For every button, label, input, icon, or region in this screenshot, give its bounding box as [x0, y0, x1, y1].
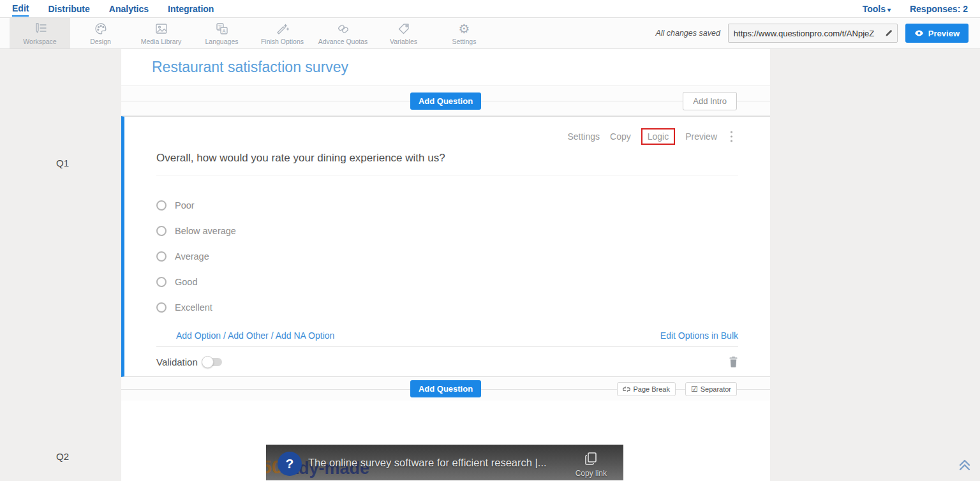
save-status-text: All changes saved	[655, 29, 720, 38]
responses-link[interactable]: Responses: 2	[910, 1, 968, 16]
add-other-link[interactable]: Add Other	[228, 330, 269, 341]
toolbar-label: Design	[90, 38, 111, 45]
add-question-band-top: Add Question Add Intro	[121, 86, 770, 116]
separator-icon: ☑	[691, 385, 698, 394]
toolbar-item-settings[interactable]: ⚙ Settings	[434, 18, 494, 48]
option-row: Poor	[156, 193, 738, 218]
toolbar-item-workspace[interactable]: Workspace	[10, 18, 70, 48]
option-label[interactable]: Below average	[175, 226, 236, 236]
survey-url-input[interactable]	[729, 29, 880, 38]
channel-avatar[interactable]: ?	[278, 452, 302, 476]
question-more-options-icon[interactable]	[727, 130, 733, 143]
nav-tab-edit[interactable]: Edit	[12, 1, 29, 17]
add-option-link[interactable]: Add Option	[176, 330, 221, 341]
page-break-button[interactable]: Page Break	[617, 382, 675, 396]
toolbar-item-finish-options[interactable]: Finish Options	[252, 18, 313, 48]
answer-options: Poor Below average Average Good Excellen…	[156, 193, 738, 320]
toolbar-label: Media Library	[141, 38, 182, 45]
option-links-row: Add Option / Add Other / Add NA Option E…	[156, 330, 738, 341]
toolbar-label: Settings	[452, 38, 477, 45]
option-label[interactable]: Excellent	[175, 302, 212, 313]
toolbar-item-variables[interactable]: Variables	[373, 18, 434, 48]
toolbar-item-media-library[interactable]: Media Library	[131, 18, 191, 48]
delete-question-trash-icon[interactable]	[729, 356, 738, 367]
question-logic-button[interactable]: Logic	[641, 128, 675, 145]
toolbar-item-advance-quotas[interactable]: Advance Quotas	[313, 18, 373, 48]
svg-text:A: A	[222, 27, 225, 33]
nav-tab-analytics[interactable]: Analytics	[109, 1, 149, 16]
magic-wand-icon	[276, 22, 290, 36]
add-na-option-link[interactable]: Add NA Option	[276, 330, 335, 341]
separator-button[interactable]: ☑ Separator	[685, 382, 737, 396]
survey-title-section: Restaurant satisfaction survey	[121, 49, 770, 86]
question-card: Settings Copy Logic Preview Overall, how…	[121, 116, 770, 377]
survey-title[interactable]: Restaurant satisfaction survey	[152, 59, 348, 76]
image-icon	[154, 22, 168, 36]
option-row: Excellent	[156, 295, 738, 320]
validation-label: Validation	[156, 357, 198, 367]
add-question-button-bottom[interactable]: Add Question	[410, 380, 481, 397]
chain-link-icon	[336, 22, 350, 36]
question2-id-label: Q2	[56, 451, 69, 462]
question2-section: 50 ady-made ? The online survey software…	[121, 401, 770, 480]
question-text[interactable]: Overall, how would you rate your dining …	[156, 152, 738, 175]
toggle-knob	[202, 356, 214, 368]
edit-options-in-bulk-link[interactable]: Edit Options in Bulk	[660, 330, 738, 341]
option-label[interactable]: Poor	[175, 200, 195, 211]
preview-button[interactable]: Preview	[905, 24, 969, 43]
scroll-to-top-button[interactable]	[957, 457, 972, 475]
option-row: Average	[156, 244, 738, 269]
editor-toolbar: Workspace Design Media Library 文A Langua…	[0, 18, 980, 49]
option-row: Good	[156, 269, 738, 295]
add-question-button-top[interactable]: Add Question	[410, 93, 481, 110]
radio-button[interactable]	[156, 277, 167, 287]
add-question-band-bottom: Add Question Page Break ☑ Separator	[121, 377, 770, 401]
toolbar-label: Workspace	[23, 38, 56, 45]
question-menu: Settings Copy Logic Preview	[156, 117, 738, 143]
question-settings-button[interactable]: Settings	[567, 131, 600, 142]
toolbar-label: Languages	[205, 38, 239, 45]
youtube-video-embed[interactable]: 50 ady-made ? The online survey software…	[266, 445, 623, 480]
add-intro-button[interactable]: Add Intro	[683, 92, 737, 110]
edit-url-pencil-icon[interactable]	[880, 29, 897, 38]
link-separator: /	[221, 330, 228, 341]
tag-icon	[397, 22, 411, 36]
option-row: Below average	[156, 218, 738, 244]
toolbar-label: Variables	[390, 38, 417, 45]
copy-icon	[584, 451, 598, 466]
tools-dropdown[interactable]: Tools▾	[863, 1, 891, 16]
validation-toggle[interactable]	[203, 358, 222, 366]
top-navigation: Edit Distribute Analytics Integration To…	[0, 0, 980, 18]
editor-content: Q1 Q2 Restaurant satisfaction survey Add…	[0, 49, 980, 481]
palette-icon	[94, 22, 108, 36]
option-label[interactable]: Average	[175, 251, 209, 262]
survey-url-box	[728, 24, 898, 43]
question-preview-button[interactable]: Preview	[685, 131, 717, 142]
survey-canvas: Restaurant satisfaction survey Add Quest…	[121, 49, 770, 481]
option-label[interactable]: Good	[175, 277, 197, 287]
translate-icon: 文A	[215, 22, 229, 36]
video-title[interactable]: The online survey software for efficient…	[308, 457, 560, 469]
radio-button[interactable]	[156, 200, 167, 211]
nav-tab-distribute[interactable]: Distribute	[48, 1, 89, 16]
eye-icon	[914, 30, 924, 36]
radio-button[interactable]	[156, 251, 167, 262]
question1-id-label: Q1	[56, 158, 69, 168]
validation-row: Validation	[156, 346, 738, 376]
link-separator: /	[269, 330, 276, 341]
radio-button[interactable]	[156, 302, 167, 313]
video-copy-link[interactable]: Copy link	[575, 451, 607, 478]
gear-icon: ⚙	[459, 22, 470, 36]
nav-tab-integration[interactable]: Integration	[168, 1, 214, 16]
workspace-icon	[33, 22, 48, 36]
toolbar-item-languages[interactable]: 文A Languages	[191, 18, 252, 48]
toolbar-label: Finish Options	[261, 38, 304, 45]
toolbar-label: Advance Quotas	[318, 38, 368, 45]
page-break-icon	[623, 385, 630, 393]
radio-button[interactable]	[156, 226, 167, 236]
toolbar-item-design[interactable]: Design	[70, 18, 131, 48]
question-copy-button[interactable]: Copy	[610, 131, 631, 142]
chevron-down-icon: ▾	[887, 6, 891, 13]
